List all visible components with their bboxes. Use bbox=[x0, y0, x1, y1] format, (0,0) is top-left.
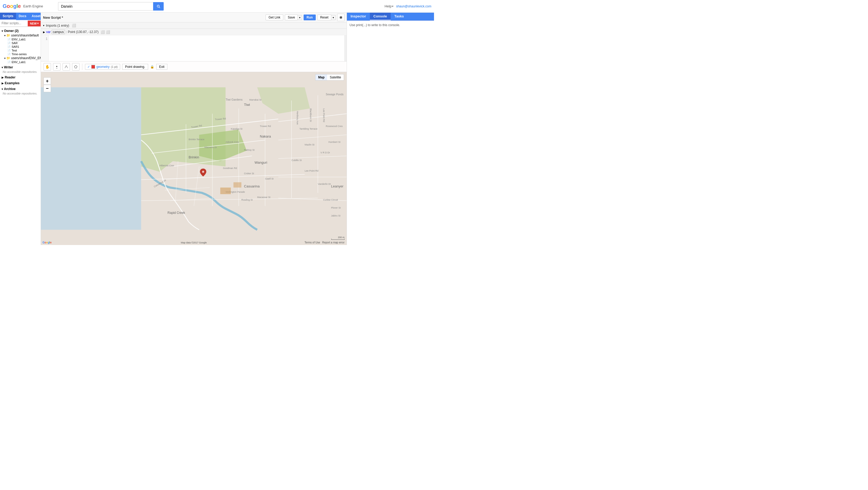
list-item[interactable]: 📄 Time-series bbox=[0, 52, 41, 56]
geometry-color-box bbox=[91, 65, 95, 69]
code-content[interactable] bbox=[49, 35, 344, 61]
list-item[interactable]: 📄 ENV_Lab1 bbox=[0, 37, 41, 41]
new-script-button[interactable]: NEW ▾ bbox=[28, 21, 41, 26]
scripts-tabs: Scripts Docs Assets bbox=[0, 13, 41, 20]
map-area: ✋ ✓ bbox=[41, 62, 347, 245]
svg-text:Tiwi Gardens: Tiwi Gardens bbox=[225, 98, 243, 101]
help-button[interactable]: Help ▾ bbox=[384, 4, 394, 8]
settings-button[interactable] bbox=[337, 14, 344, 21]
geometry-count: (1 pt) bbox=[111, 65, 118, 68]
tab-tasks[interactable]: Tasks bbox=[391, 13, 408, 20]
svg-text:Rowling St: Rowling St bbox=[241, 198, 253, 201]
var-name-box: campus bbox=[52, 30, 65, 34]
list-item[interactable]: 📄 Test bbox=[0, 49, 41, 52]
get-link-button[interactable]: Get Link bbox=[266, 14, 283, 20]
folder-shaun-default[interactable]: ▾ 📁 users/shaun/default bbox=[0, 33, 41, 37]
map-toolbar: ✋ ✓ bbox=[41, 62, 347, 72]
folder-shaun-env-em-2017[interactable]: ▾ 📁 users/shaun/ENV_EM_2017 bbox=[0, 56, 41, 60]
header-right: Help ▾ shaun@shaunlevick.com bbox=[384, 4, 431, 8]
polygon-tool-button[interactable] bbox=[72, 63, 80, 70]
svg-marker-2 bbox=[74, 65, 78, 68]
folder-icon: 📁 bbox=[6, 56, 10, 60]
polygon-icon bbox=[74, 65, 78, 69]
search-icon bbox=[156, 4, 160, 8]
zoom-out-button[interactable]: − bbox=[43, 85, 51, 92]
geometry-badge: ✓ geometry (1 pt) bbox=[85, 64, 120, 70]
list-item[interactable]: 📄 SAR1 bbox=[0, 45, 41, 49]
document-icon: 📄 bbox=[7, 45, 10, 48]
tree-section-writer: ▾ Writer No accessible repositories. bbox=[0, 64, 41, 74]
svg-text:Trower Rd: Trower Rd bbox=[260, 125, 271, 127]
svg-text:Brinkin Terrace: Brinkin Terrace bbox=[189, 138, 205, 141]
search-button[interactable] bbox=[153, 2, 164, 10]
chevron-down-icon: ▾ bbox=[2, 88, 3, 91]
map-attribution: Terms of Use Report a map error bbox=[305, 241, 344, 244]
examples-header[interactable]: ▶ Examples bbox=[0, 81, 41, 86]
map-view-button[interactable]: Map bbox=[315, 74, 327, 80]
document-icon: 📄 bbox=[7, 49, 10, 52]
archive-header[interactable]: ▾ Archive bbox=[0, 87, 41, 91]
tab-docs[interactable]: Docs bbox=[16, 13, 29, 20]
product-name: Earth Engine bbox=[23, 4, 43, 8]
scripts-tree: ▾ Owner (2) ▾ 📁 users/shaun/default 📄 EN… bbox=[0, 27, 41, 245]
svg-text:Leanyer: Leanyer bbox=[331, 184, 344, 188]
owner-header[interactable]: ▾ Owner (2) bbox=[0, 29, 41, 33]
tab-scripts[interactable]: Scripts bbox=[0, 13, 16, 20]
svg-text:Nakara: Nakara bbox=[260, 134, 271, 139]
satellite-view-button[interactable]: Satellite bbox=[327, 74, 344, 80]
code-scrollbar[interactable] bbox=[344, 35, 347, 61]
zoom-in-button[interactable]: + bbox=[43, 78, 51, 85]
var-edit-icon[interactable]: ⬜ bbox=[100, 30, 105, 34]
map-scale: 200 m bbox=[331, 236, 344, 240]
var-chevron-icon[interactable]: ▶ bbox=[43, 31, 45, 33]
reset-button[interactable]: Reset bbox=[317, 14, 331, 20]
tree-section-owner: ▾ Owner (2) ▾ 📁 users/shaun/default 📄 EN… bbox=[0, 28, 41, 64]
svg-text:Hibernia Cres: Hibernia Cres bbox=[160, 164, 174, 167]
geometry-check-icon: ✓ bbox=[87, 65, 90, 69]
pan-tool-button[interactable]: ✋ bbox=[43, 63, 51, 70]
svg-text:Rosewood Cres: Rosewood Cres bbox=[326, 125, 343, 127]
writer-header[interactable]: ▾ Writer bbox=[0, 65, 41, 70]
save-dropdown-icon[interactable]: ▾ bbox=[298, 15, 302, 20]
svg-text:Rattray St: Rattray St bbox=[244, 149, 254, 151]
imports-add-icon[interactable]: ⬜ bbox=[72, 24, 76, 27]
svg-rect-48 bbox=[234, 182, 241, 187]
right-tabs: Inspector Console Tasks bbox=[347, 13, 434, 21]
marker-tool-button[interactable] bbox=[53, 63, 60, 70]
svg-text:Kapalga St: Kapalga St bbox=[231, 127, 242, 130]
imports-chevron-icon[interactable]: ▾ bbox=[43, 24, 44, 27]
reader-header[interactable]: ▶ Reader bbox=[0, 75, 41, 80]
map-canvas[interactable]: Tiwi Nakara Wanguri Casuarina Brinkin Ra… bbox=[41, 72, 347, 245]
code-toolbar: New Script * Get Link Save ▾ Run Reset ▾ bbox=[41, 13, 347, 23]
svg-text:Mazlin St: Mazlin St bbox=[305, 143, 314, 146]
exit-button[interactable]: Exit bbox=[156, 64, 167, 70]
tab-console[interactable]: Console bbox=[370, 13, 391, 20]
var-colon: : bbox=[66, 30, 67, 34]
line-tool-button[interactable] bbox=[63, 63, 70, 70]
right-panel-content: Use print(...) to write to this console. bbox=[347, 21, 434, 245]
list-item[interactable]: 📄 ENV_Lab1 bbox=[0, 60, 41, 64]
script-title: New Script * bbox=[43, 16, 63, 20]
point-drawing-button[interactable]: Point drawing. bbox=[122, 64, 148, 70]
search-input[interactable] bbox=[58, 2, 153, 10]
svg-text:Casuarina: Casuarina bbox=[244, 184, 260, 188]
tab-inspector[interactable]: Inspector bbox=[347, 13, 370, 20]
report-map-link[interactable]: Report a map error bbox=[322, 241, 344, 244]
svg-text:Gaell St: Gaell St bbox=[265, 177, 274, 180]
reset-dropdown-icon[interactable]: ▾ bbox=[331, 15, 336, 20]
save-button[interactable]: Save bbox=[285, 14, 298, 20]
list-item[interactable]: 📄 SAR bbox=[0, 41, 41, 45]
var-info-icon[interactable]: ⬜ bbox=[106, 30, 110, 34]
run-button[interactable]: Run bbox=[304, 14, 315, 20]
var-type: Point (130.87, -12.37) bbox=[68, 30, 98, 34]
main-layout: Scripts Docs Assets NEW ▾ ▾ Owner (2) ▾ … bbox=[0, 13, 434, 245]
geometry-label[interactable]: geometry bbox=[96, 65, 110, 69]
filter-scripts-input[interactable] bbox=[0, 20, 28, 27]
chevron-down-icon: ▾ bbox=[37, 22, 38, 25]
user-menu[interactable]: shaun@shaunlevick.com bbox=[396, 4, 431, 8]
lock-icon: 🔒 bbox=[150, 65, 154, 69]
terms-of-use-link[interactable]: Terms of Use bbox=[305, 241, 320, 244]
chevron-down-icon: ▾ bbox=[2, 66, 3, 69]
line-icon bbox=[64, 65, 68, 69]
svg-text:Marrakai St: Marrakai St bbox=[249, 98, 261, 101]
